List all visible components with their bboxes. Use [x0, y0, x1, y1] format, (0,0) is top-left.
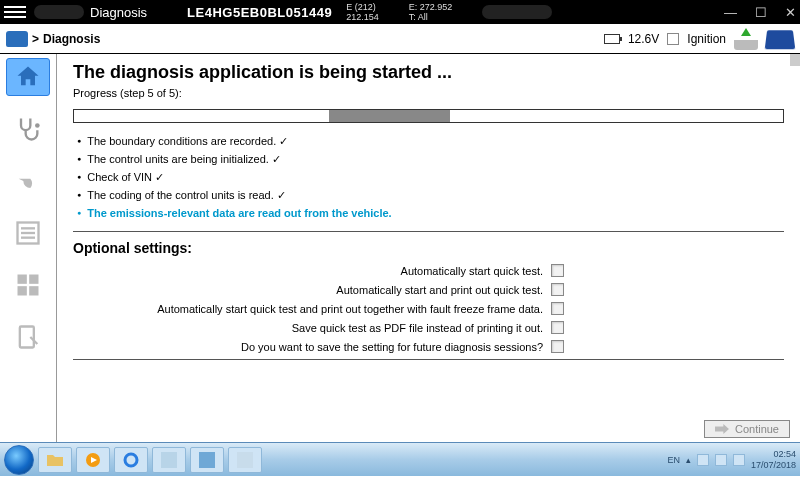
main-area: The diagnosis application is being start…: [0, 54, 800, 442]
tray-icon[interactable]: [715, 454, 727, 466]
start-button[interactable]: [4, 445, 34, 475]
option-row: Automatically start quick test.: [73, 264, 784, 277]
taskbar-app1[interactable]: [152, 447, 186, 473]
step-item: The control units are being initialized.…: [77, 151, 784, 169]
taskbar-explorer[interactable]: [38, 447, 72, 473]
progress-bar: [73, 109, 784, 123]
continue-label: Continue: [735, 423, 779, 435]
folder-icon: [46, 453, 64, 467]
model-info-2: E: 272.952T: All: [409, 2, 453, 22]
svg-point-0: [35, 123, 40, 128]
app-name: Diagnosis: [90, 5, 147, 20]
rail-grid[interactable]: [6, 266, 50, 304]
maximize-button[interactable]: ☐: [755, 5, 767, 20]
breadcrumb[interactable]: Diagnosis: [43, 32, 100, 46]
list-icon: [14, 219, 42, 247]
tray-icon[interactable]: [733, 454, 745, 466]
minimize-button[interactable]: —: [724, 5, 737, 20]
option-label: Save quick test as PDF file instead of p…: [292, 322, 543, 334]
option-checkbox[interactable]: [551, 264, 564, 277]
app-icon: [161, 452, 177, 468]
car-icon[interactable]: [6, 31, 28, 47]
option-row: Save quick test as PDF file instead of p…: [73, 321, 784, 334]
system-tray: EN ▴ 02:5417/07/2018: [667, 449, 796, 471]
option-row: Automatically start and print out quick …: [73, 283, 784, 296]
option-checkbox[interactable]: [551, 302, 564, 315]
taskbar-media[interactable]: [76, 447, 110, 473]
tray-icon[interactable]: [697, 454, 709, 466]
toolbar: > Diagnosis 12.6V Ignition: [0, 24, 800, 54]
scrollbar[interactable]: [790, 54, 800, 66]
clock[interactable]: 02:5417/07/2018: [751, 449, 796, 471]
option-label: Automatically start quick test.: [401, 265, 543, 277]
progress-fill: [329, 110, 450, 122]
option-row: Do you want to save the setting for futu…: [73, 340, 784, 353]
step-item: Check of VIN ✓: [77, 169, 784, 187]
step-item: The emissions-relevant data are read out…: [77, 205, 784, 223]
rail-home[interactable]: [6, 58, 50, 96]
option-label: Automatically start quick test and print…: [157, 303, 543, 315]
continue-button[interactable]: Continue: [704, 420, 790, 438]
option-checkbox[interactable]: [551, 340, 564, 353]
voltage-text: 12.6V: [628, 32, 659, 46]
tray-chevron-icon[interactable]: ▴: [686, 455, 691, 465]
taskbar-ie[interactable]: [114, 447, 148, 473]
separator: [73, 359, 784, 360]
grid-icon: [14, 271, 42, 299]
home-icon: [14, 63, 42, 91]
rail-stethoscope[interactable]: [6, 110, 50, 148]
rail-clipboard[interactable]: [6, 318, 50, 356]
rail-list[interactable]: [6, 214, 50, 252]
svg-rect-13: [199, 452, 215, 468]
app-icon: [199, 452, 215, 468]
option-checkbox[interactable]: [551, 283, 564, 296]
redacted-region: [482, 5, 552, 19]
ignition-checkbox[interactable]: [667, 33, 679, 45]
hamburger-menu-icon[interactable]: [4, 3, 26, 21]
option-row: Automatically start quick test and print…: [73, 302, 784, 315]
taskbar-app3[interactable]: [228, 447, 262, 473]
language-indicator[interactable]: EN: [667, 455, 680, 465]
svg-rect-14: [237, 452, 253, 468]
whistle-icon: [14, 167, 42, 195]
battery-icon: [604, 34, 620, 44]
taskbar: EN ▴ 02:5417/07/2018: [0, 442, 800, 476]
model-info-1: E (212)212.154: [346, 2, 379, 22]
close-button[interactable]: ✕: [785, 5, 796, 20]
svg-rect-12: [161, 452, 177, 468]
stethoscope-icon: [14, 115, 42, 143]
redacted-region: [34, 5, 84, 19]
ie-icon: [123, 452, 139, 468]
step-item: The coding of the control units is read.…: [77, 187, 784, 205]
steps-list: The boundary conditions are recorded. ✓T…: [73, 133, 784, 223]
app-icon: [237, 452, 253, 468]
svg-rect-6: [29, 275, 38, 284]
clipboard-wrench-icon: [14, 323, 42, 351]
breadcrumb-separator: >: [32, 32, 39, 46]
upload-icon[interactable]: [734, 28, 758, 50]
optional-settings: Automatically start quick test.Automatic…: [73, 264, 784, 353]
svg-rect-5: [18, 275, 27, 284]
titlebar: Diagnosis LE4HG5EB0BL051449 E (212)212.1…: [0, 0, 800, 24]
arrow-right-icon: [715, 424, 729, 434]
svg-rect-8: [29, 286, 38, 295]
optional-settings-title: Optional settings:: [73, 240, 784, 256]
taskbar-app2[interactable]: [190, 447, 224, 473]
content-wrap: The diagnosis application is being start…: [56, 54, 800, 442]
svg-point-11: [125, 454, 137, 466]
option-checkbox[interactable]: [551, 321, 564, 334]
progress-label: Progress (step 5 of 5):: [73, 87, 784, 99]
book-icon[interactable]: [765, 30, 796, 49]
step-item: The boundary conditions are recorded. ✓: [77, 133, 784, 151]
page-title: The diagnosis application is being start…: [73, 62, 784, 83]
play-icon: [85, 452, 101, 468]
vin-text: LE4HG5EB0BL051449: [187, 5, 332, 20]
option-label: Do you want to save the setting for futu…: [241, 341, 543, 353]
svg-rect-7: [18, 286, 27, 295]
left-rail: [0, 54, 56, 442]
rail-key[interactable]: [6, 162, 50, 200]
separator: [73, 231, 784, 232]
option-label: Automatically start and print out quick …: [336, 284, 543, 296]
ignition-label: Ignition: [687, 32, 726, 46]
